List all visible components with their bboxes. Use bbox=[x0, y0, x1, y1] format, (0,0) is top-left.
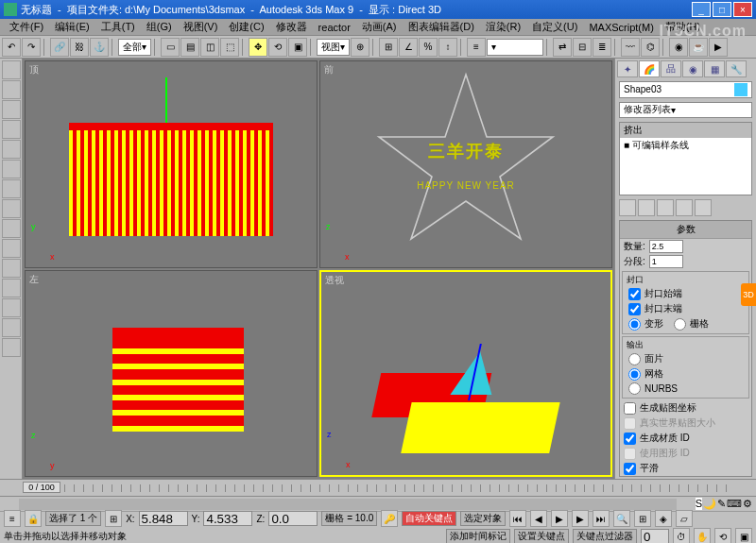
out-patch-radio[interactable] bbox=[628, 353, 641, 365]
reactor-btn-5[interactable] bbox=[2, 140, 21, 159]
tab-utilities[interactable]: 🔧 bbox=[726, 60, 747, 77]
reactor-btn-10[interactable] bbox=[2, 239, 21, 258]
track-bar[interactable]: S 🌙 ✎ ⌨ ⚙ bbox=[0, 496, 756, 511]
menu-animation[interactable]: 动画(A) bbox=[356, 20, 403, 34]
angle-snap-button[interactable]: ∠ bbox=[399, 38, 418, 57]
reactor-btn-2[interactable] bbox=[2, 80, 21, 99]
select-name-button[interactable]: ▤ bbox=[180, 38, 199, 57]
prev-frame-button[interactable]: ◀ bbox=[530, 510, 547, 527]
pin-stack-button[interactable] bbox=[619, 199, 636, 216]
abs-rel-button[interactable]: ⊞ bbox=[105, 510, 122, 527]
play-button[interactable]: ▶ bbox=[551, 510, 568, 527]
pan-button[interactable]: ✋ bbox=[694, 528, 711, 543]
fov-button[interactable]: ▱ bbox=[676, 510, 693, 527]
time-tag-field[interactable]: 添加时间标记 bbox=[446, 529, 510, 543]
menu-customize[interactable]: 自定义(U) bbox=[526, 20, 583, 34]
menu-render[interactable]: 渲染(R) bbox=[480, 20, 526, 34]
reactor-btn-6[interactable] bbox=[2, 160, 21, 178]
params-header[interactable]: 参数 bbox=[620, 221, 751, 239]
show-end-button[interactable] bbox=[638, 199, 655, 216]
menu-graph[interactable]: 图表编辑器(D) bbox=[403, 20, 480, 34]
key-mode-button[interactable]: 🔑 bbox=[381, 510, 398, 527]
quick-render-button[interactable]: ▶ bbox=[709, 38, 728, 57]
current-frame-field[interactable] bbox=[641, 529, 669, 543]
refcoord-combo[interactable]: 视图 ▾ bbox=[317, 39, 350, 56]
z-field[interactable] bbox=[268, 511, 318, 526]
time-slider[interactable]: 0 / 100 bbox=[0, 479, 756, 496]
keyfilter-button[interactable]: 关键点过滤器 bbox=[573, 529, 637, 543]
tray-icon-4[interactable]: ⚙ bbox=[743, 498, 752, 510]
window-crossing-button[interactable]: ⬚ bbox=[220, 38, 239, 57]
arc-rotate-button[interactable]: ⟲ bbox=[714, 528, 731, 543]
modifier-list-combo[interactable]: 修改器列表 ▾ bbox=[619, 102, 752, 119]
next-frame-button[interactable]: ▶ bbox=[572, 510, 589, 527]
reactor-btn-9[interactable] bbox=[2, 219, 21, 238]
unlink-button[interactable]: ⛓ bbox=[70, 38, 89, 57]
goto-start-button[interactable]: ⏮ bbox=[509, 510, 526, 527]
menu-group[interactable]: 组(G) bbox=[141, 20, 178, 34]
pivot-button[interactable]: ⊕ bbox=[351, 38, 369, 57]
snap-button[interactable]: ⊞ bbox=[379, 38, 398, 57]
tab-display[interactable]: ▦ bbox=[704, 60, 725, 77]
object-color-swatch[interactable] bbox=[734, 83, 747, 96]
setkey-button[interactable]: 设置关键点 bbox=[514, 529, 569, 543]
undo-button[interactable]: ↶ bbox=[2, 38, 21, 57]
menu-edit[interactable]: 编辑(E) bbox=[49, 20, 95, 34]
schematic-button[interactable]: ⌬ bbox=[641, 38, 660, 57]
menu-views[interactable]: 视图(V) bbox=[178, 20, 224, 34]
viewport-left[interactable]: 左 z y bbox=[25, 270, 318, 478]
menu-modifiers[interactable]: 修改器 bbox=[270, 20, 313, 34]
lock-button[interactable]: 🔒 bbox=[25, 510, 42, 527]
render-scene-button[interactable]: ☕ bbox=[689, 38, 708, 57]
viewport-perspective[interactable]: 透视 z y x bbox=[319, 270, 612, 478]
zoom-extents-button[interactable]: ◈ bbox=[655, 510, 672, 527]
unique-button[interactable] bbox=[657, 199, 674, 216]
minimize-button[interactable]: _ bbox=[692, 2, 711, 17]
reactor-btn-13[interactable] bbox=[2, 298, 21, 317]
time-config-button[interactable]: ⏱ bbox=[673, 528, 690, 543]
goto-end-button[interactable]: ⏭ bbox=[593, 510, 610, 527]
maxscript-button[interactable]: ≡ bbox=[4, 510, 21, 527]
gen-map-check[interactable] bbox=[624, 402, 636, 415]
select-region-button[interactable]: ◫ bbox=[200, 38, 219, 57]
menu-tools[interactable]: 工具(T) bbox=[95, 20, 141, 34]
object-name-field[interactable]: Shape03 bbox=[619, 81, 752, 98]
redo-button[interactable]: ↷ bbox=[22, 38, 41, 57]
cap-start-check[interactable] bbox=[628, 288, 641, 300]
tab-hierarchy[interactable]: 品 bbox=[661, 60, 681, 77]
tab-motion[interactable]: ◉ bbox=[682, 60, 703, 77]
amount-spinner[interactable] bbox=[649, 240, 683, 253]
spinner-snap-button[interactable]: ↕ bbox=[438, 38, 457, 57]
reactor-btn-12[interactable] bbox=[2, 279, 21, 297]
bind-button[interactable]: ⚓ bbox=[90, 38, 109, 57]
reactor-btn-11[interactable] bbox=[2, 259, 21, 278]
material-editor-button[interactable]: ◉ bbox=[669, 38, 688, 57]
tray-icon-1[interactable]: 🌙 bbox=[703, 498, 716, 510]
out-nurbs-radio[interactable] bbox=[628, 382, 641, 395]
cap-morph-radio[interactable] bbox=[628, 318, 641, 331]
link-button[interactable]: 🔗 bbox=[50, 38, 69, 57]
viewport-top[interactable]: 顶 y x bbox=[25, 60, 318, 268]
scale-button[interactable]: ▣ bbox=[288, 38, 307, 57]
curve-editor-button[interactable]: 〰 bbox=[621, 38, 640, 57]
move-button[interactable]: ✥ bbox=[249, 38, 267, 57]
ime-icon[interactable]: S bbox=[696, 498, 702, 510]
rotate-button[interactable]: ⟲ bbox=[268, 38, 287, 57]
named-selset-combo[interactable]: ▾ bbox=[487, 39, 543, 56]
y-field[interactable] bbox=[203, 511, 252, 526]
menu-file[interactable]: 文件(F) bbox=[4, 20, 49, 34]
percent-snap-button[interactable]: % bbox=[419, 38, 438, 57]
tab-create[interactable]: ✦ bbox=[617, 60, 638, 77]
remove-mod-button[interactable] bbox=[676, 199, 693, 216]
gen-mat-check[interactable] bbox=[624, 433, 636, 445]
mirror-button[interactable]: ⇄ bbox=[553, 38, 572, 57]
tray-icon-3[interactable]: ⌨ bbox=[727, 498, 742, 510]
zoom-all-button[interactable]: ⊞ bbox=[634, 510, 651, 527]
reactor-btn-1[interactable] bbox=[2, 60, 21, 79]
smooth-check[interactable] bbox=[624, 463, 636, 475]
reactor-btn-3[interactable] bbox=[2, 100, 21, 119]
named-selset-button[interactable]: ≡ bbox=[467, 38, 486, 57]
time-slider-handle[interactable]: 0 / 100 bbox=[23, 482, 60, 493]
reactor-btn-8[interactable] bbox=[2, 199, 21, 218]
close-button[interactable]: × bbox=[733, 2, 752, 17]
